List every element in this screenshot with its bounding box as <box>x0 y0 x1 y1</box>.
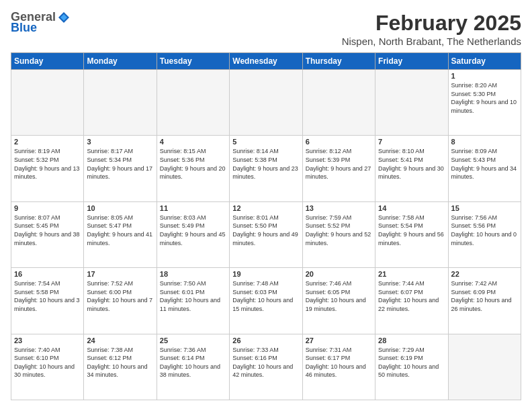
table-row: 6Sunrise: 8:12 AM Sunset: 5:39 PM Daylig… <box>302 136 375 201</box>
table-row: 28Sunrise: 7:29 AM Sunset: 6:19 PM Dayli… <box>375 334 448 400</box>
table-row: 27Sunrise: 7:31 AM Sunset: 6:17 PM Dayli… <box>302 334 375 400</box>
day-number: 19 <box>232 270 299 278</box>
day-info: Sunrise: 8:15 AM Sunset: 5:36 PM Dayligh… <box>160 147 226 181</box>
day-info: Sunrise: 7:50 AM Sunset: 6:01 PM Dayligh… <box>160 279 226 313</box>
table-row: 1Sunrise: 8:20 AM Sunset: 5:30 PM Daylig… <box>448 70 521 136</box>
table-row: 23Sunrise: 7:40 AM Sunset: 6:10 PM Dayli… <box>11 334 84 400</box>
day-number: 2 <box>14 138 81 146</box>
day-number: 16 <box>14 270 81 278</box>
day-info: Sunrise: 7:52 AM Sunset: 6:00 PM Dayligh… <box>87 279 153 313</box>
table-row: 8Sunrise: 8:09 AM Sunset: 5:43 PM Daylig… <box>448 136 521 201</box>
table-row <box>11 70 84 136</box>
table-row: 10Sunrise: 8:05 AM Sunset: 5:47 PM Dayli… <box>84 201 157 267</box>
day-number: 28 <box>378 336 445 345</box>
calendar-week-row: 1Sunrise: 8:20 AM Sunset: 5:30 PM Daylig… <box>11 70 521 136</box>
table-row <box>448 334 521 400</box>
col-friday: Friday <box>375 53 448 70</box>
title-block: February 2025 Nispen, North Brabant, The… <box>342 11 521 47</box>
calendar-week-row: 16Sunrise: 7:54 AM Sunset: 5:58 PM Dayli… <box>11 268 521 334</box>
day-info: Sunrise: 8:03 AM Sunset: 5:49 PM Dayligh… <box>160 214 226 247</box>
day-info: Sunrise: 7:31 AM Sunset: 6:17 PM Dayligh… <box>306 346 372 379</box>
location: Nispen, North Brabant, The Netherlands <box>342 36 521 47</box>
table-row <box>157 70 229 136</box>
day-number: 5 <box>232 138 299 146</box>
day-number: 22 <box>451 270 518 278</box>
day-info: Sunrise: 7:58 AM Sunset: 5:54 PM Dayligh… <box>378 214 445 247</box>
table-row <box>375 70 448 136</box>
day-number: 10 <box>87 204 153 212</box>
day-number: 24 <box>87 336 153 345</box>
col-thursday: Thursday <box>302 53 375 70</box>
table-row: 14Sunrise: 7:58 AM Sunset: 5:54 PM Dayli… <box>375 201 448 267</box>
table-row <box>230 70 302 136</box>
table-row: 3Sunrise: 8:17 AM Sunset: 5:34 PM Daylig… <box>84 136 157 201</box>
day-info: Sunrise: 7:54 AM Sunset: 5:58 PM Dayligh… <box>14 279 81 313</box>
day-number: 15 <box>451 204 518 212</box>
day-number: 9 <box>14 204 81 212</box>
day-info: Sunrise: 8:20 AM Sunset: 5:30 PM Dayligh… <box>451 81 518 115</box>
day-number: 6 <box>306 138 372 146</box>
day-info: Sunrise: 8:19 AM Sunset: 5:32 PM Dayligh… <box>14 147 81 181</box>
day-number: 8 <box>451 138 518 146</box>
col-sunday: Sunday <box>11 53 84 70</box>
day-number: 11 <box>160 204 226 212</box>
day-info: Sunrise: 7:40 AM Sunset: 6:10 PM Dayligh… <box>14 346 81 379</box>
day-number: 21 <box>378 270 445 278</box>
day-info: Sunrise: 7:29 AM Sunset: 6:19 PM Dayligh… <box>378 346 445 379</box>
day-number: 23 <box>14 336 81 345</box>
calendar-header-row: Sunday Monday Tuesday Wednesday Thursday… <box>11 53 521 70</box>
day-number: 26 <box>232 336 299 345</box>
day-info: Sunrise: 7:48 AM Sunset: 6:03 PM Dayligh… <box>232 279 299 313</box>
day-info: Sunrise: 8:14 AM Sunset: 5:38 PM Dayligh… <box>232 147 299 181</box>
table-row: 21Sunrise: 7:44 AM Sunset: 6:07 PM Dayli… <box>375 268 448 334</box>
table-row: 11Sunrise: 8:03 AM Sunset: 5:49 PM Dayli… <box>157 201 229 267</box>
table-row: 18Sunrise: 7:50 AM Sunset: 6:01 PM Dayli… <box>157 268 229 334</box>
table-row: 15Sunrise: 7:56 AM Sunset: 5:56 PM Dayli… <box>448 201 521 267</box>
day-info: Sunrise: 8:05 AM Sunset: 5:47 PM Dayligh… <box>87 214 153 247</box>
table-row: 9Sunrise: 8:07 AM Sunset: 5:45 PM Daylig… <box>11 201 84 267</box>
day-info: Sunrise: 7:42 AM Sunset: 6:09 PM Dayligh… <box>451 279 518 313</box>
table-row: 24Sunrise: 7:38 AM Sunset: 6:12 PM Dayli… <box>84 334 157 400</box>
col-saturday: Saturday <box>448 53 521 70</box>
day-info: Sunrise: 7:36 AM Sunset: 6:14 PM Dayligh… <box>160 346 226 379</box>
table-row: 7Sunrise: 8:10 AM Sunset: 5:41 PM Daylig… <box>375 136 448 201</box>
table-row: 17Sunrise: 7:52 AM Sunset: 6:00 PM Dayli… <box>84 268 157 334</box>
day-info: Sunrise: 7:46 AM Sunset: 6:05 PM Dayligh… <box>306 279 372 313</box>
logo-blue: Blue <box>11 21 37 34</box>
table-row: 25Sunrise: 7:36 AM Sunset: 6:14 PM Dayli… <box>157 334 229 400</box>
day-info: Sunrise: 8:07 AM Sunset: 5:45 PM Dayligh… <box>14 214 81 247</box>
day-info: Sunrise: 8:01 AM Sunset: 5:50 PM Dayligh… <box>232 214 299 247</box>
logo: General Blue <box>11 11 71 35</box>
table-row: 12Sunrise: 8:01 AM Sunset: 5:50 PM Dayli… <box>230 201 302 267</box>
logo-icon <box>57 11 71 24</box>
day-info: Sunrise: 7:38 AM Sunset: 6:12 PM Dayligh… <box>87 346 153 379</box>
table-row: 2Sunrise: 8:19 AM Sunset: 5:32 PM Daylig… <box>11 136 84 201</box>
day-number: 13 <box>306 204 372 212</box>
day-info: Sunrise: 7:33 AM Sunset: 6:16 PM Dayligh… <box>232 346 299 379</box>
table-row: 20Sunrise: 7:46 AM Sunset: 6:05 PM Dayli… <box>302 268 375 334</box>
day-info: Sunrise: 8:12 AM Sunset: 5:39 PM Dayligh… <box>306 147 372 181</box>
day-info: Sunrise: 8:09 AM Sunset: 5:43 PM Dayligh… <box>451 147 518 181</box>
calendar-week-row: 9Sunrise: 8:07 AM Sunset: 5:45 PM Daylig… <box>11 201 521 267</box>
day-number: 17 <box>87 270 153 278</box>
table-row <box>302 70 375 136</box>
calendar-week-row: 23Sunrise: 7:40 AM Sunset: 6:10 PM Dayli… <box>11 334 521 400</box>
day-info: Sunrise: 7:56 AM Sunset: 5:56 PM Dayligh… <box>451 214 518 247</box>
day-number: 4 <box>160 138 226 146</box>
day-number: 1 <box>451 72 518 80</box>
day-number: 25 <box>160 336 226 345</box>
day-number: 18 <box>160 270 226 278</box>
page-header: General Blue February 2025 Nispen, North… <box>11 11 521 47</box>
table-row: 19Sunrise: 7:48 AM Sunset: 6:03 PM Dayli… <box>230 268 302 334</box>
day-number: 27 <box>306 336 372 345</box>
col-monday: Monday <box>84 53 157 70</box>
day-number: 14 <box>378 204 445 212</box>
table-row: 26Sunrise: 7:33 AM Sunset: 6:16 PM Dayli… <box>230 334 302 400</box>
calendar: Sunday Monday Tuesday Wednesday Thursday… <box>11 52 521 400</box>
table-row: 5Sunrise: 8:14 AM Sunset: 5:38 PM Daylig… <box>230 136 302 201</box>
table-row: 4Sunrise: 8:15 AM Sunset: 5:36 PM Daylig… <box>157 136 229 201</box>
month-year: February 2025 <box>342 11 521 36</box>
day-number: 20 <box>306 270 372 278</box>
col-wednesday: Wednesday <box>230 53 302 70</box>
day-info: Sunrise: 7:59 AM Sunset: 5:52 PM Dayligh… <box>306 214 372 247</box>
